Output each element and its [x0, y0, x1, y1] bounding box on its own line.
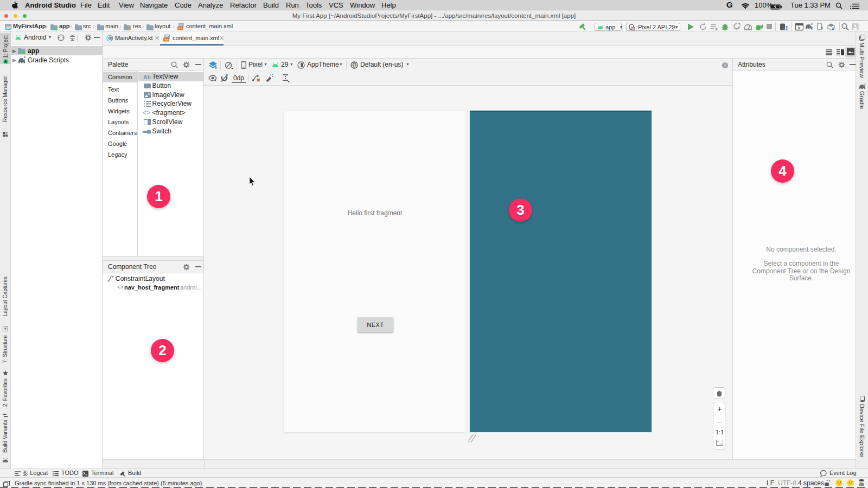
- svg-text:<>: <>: [178, 27, 183, 30]
- svg-text:<>: <>: [164, 38, 169, 41]
